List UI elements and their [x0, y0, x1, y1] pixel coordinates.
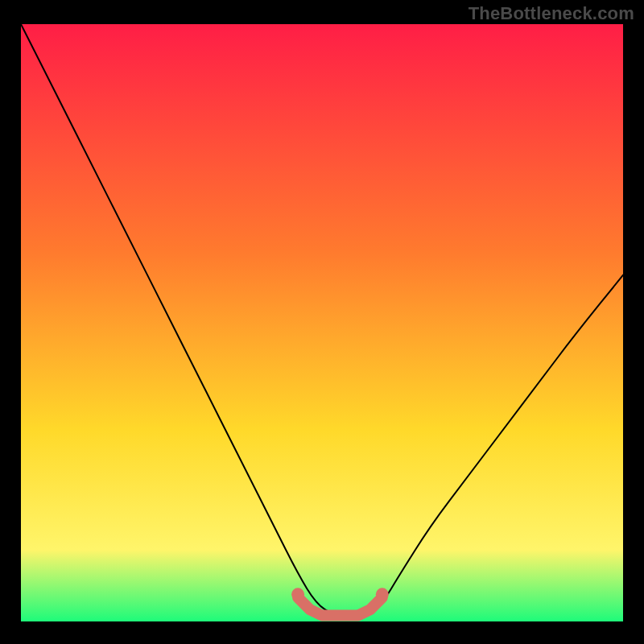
marker-endpoint	[291, 588, 304, 601]
gradient-background	[21, 24, 623, 621]
chart-frame: TheBottleneck.com	[0, 0, 644, 644]
marker-endpoint	[376, 588, 389, 601]
chart-svg	[21, 24, 623, 621]
plot-area	[21, 24, 623, 621]
watermark-text: TheBottleneck.com	[469, 3, 634, 24]
